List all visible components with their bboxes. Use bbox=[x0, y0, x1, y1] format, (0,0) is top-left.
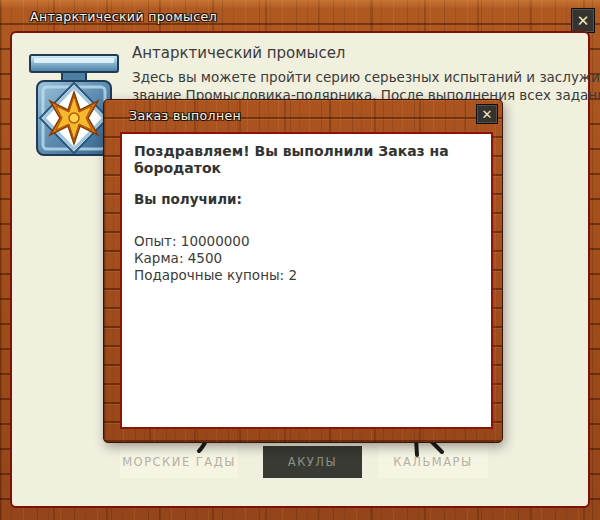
close-icon: ✕ bbox=[577, 12, 590, 30]
reward-karma: Карма: 4500 bbox=[134, 250, 479, 267]
dialog-close-button[interactable]: ✕ bbox=[476, 104, 498, 124]
tab-label: МОРСКИЕ ГАДЫ bbox=[122, 455, 236, 469]
game-screen: { "window": { "title": "Антарктический п… bbox=[0, 0, 600, 520]
reward-coupons: Подарочные купоны: 2 bbox=[134, 267, 479, 284]
description-line: Здесь вы можете пройти серию серьезных и… bbox=[132, 68, 600, 86]
tab-label: КАЛЬМАРЫ bbox=[393, 455, 472, 469]
window-title: Антарктический промысел bbox=[30, 9, 217, 24]
dialog-title: Заказ выполнен bbox=[129, 108, 241, 123]
reward-experience: Опыт: 10000000 bbox=[134, 233, 479, 250]
tab-label: АКУЛЫ bbox=[288, 455, 337, 469]
tab-morskie-gady[interactable]: МОРСКИЕ ГАДЫ bbox=[120, 446, 238, 478]
tab-akuly[interactable]: АКУЛЫ bbox=[263, 446, 362, 478]
page-title: Антарктический промысел bbox=[132, 44, 345, 62]
rewards-list: Опыт: 10000000 Карма: 4500 Подарочные ку… bbox=[134, 233, 479, 284]
tab-kalmary[interactable]: КАЛЬМАРЫ bbox=[378, 446, 488, 478]
dialog-content: Поздравляем! Вы выполнили Заказ на бород… bbox=[120, 132, 493, 429]
received-label: Вы получили: bbox=[134, 191, 479, 207]
close-icon: ✕ bbox=[482, 107, 493, 122]
order-complete-dialog: Заказ выполнен ✕ Поздравляем! Вы выполни… bbox=[103, 99, 503, 443]
congratulations-text: Поздравляем! Вы выполнили Заказ на бород… bbox=[134, 143, 469, 177]
window-close-button[interactable]: ✕ bbox=[571, 8, 595, 33]
